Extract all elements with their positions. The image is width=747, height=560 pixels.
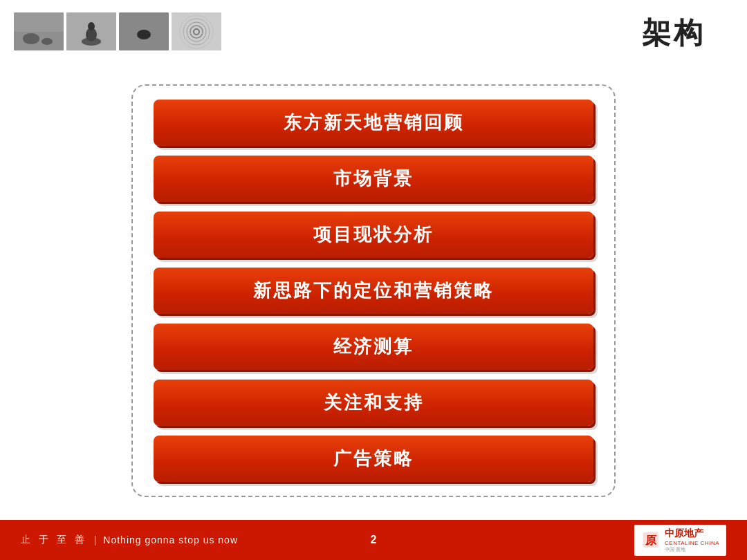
svg-text:原: 原 [645,534,657,546]
footer: 止 于 至 善 | Nothing gonna stop us now 2 原 … [0,520,747,560]
menu-item-7[interactable]: 广告策略 [154,436,593,482]
header: 架构 [0,0,747,62]
header-images [14,12,221,50]
logo-text: 中原地产 CENTALINE CHINA 中国·置地 [665,528,719,553]
menu-item-6[interactable]: 关注和支持 [154,380,593,426]
menu-item-5[interactable]: 经济测算 [154,324,593,370]
footer-page-number: 2 [371,534,377,546]
menu-container: 东方新天地营销回顾 市场背景 项目现状分析 新思路下的定位和营销策略 经济测算 … [131,84,616,497]
thumbnail-4 [172,12,221,50]
menu-item-3[interactable]: 项目现状分析 [154,212,593,258]
footer-english-slogan: Nothing gonna stop us now [103,534,238,545]
menu-item-2[interactable]: 市场背景 [154,156,593,202]
main-content: 东方新天地营销回顾 市场背景 项目现状分析 新思路下的定位和营销策略 经济测算 … [0,62,747,519]
svg-rect-3 [14,32,64,50]
thumbnail-2 [66,12,116,50]
logo-icon: 原 [641,530,661,550]
footer-logo: 原 中原地产 CENTALINE CHINA 中国·置地 [634,525,726,556]
page-title: 架构 [642,14,706,53]
logo-sub: 中国·置地 [665,546,719,553]
logo-cn: 中原地产 [665,528,719,540]
menu-item-1[interactable]: 东方新天地营销回顾 [154,100,593,146]
logo-en: CENTALINE CHINA [665,540,719,546]
footer-divider: | [94,534,97,545]
footer-chinese-slogan: 止 于 至 善 [21,534,87,546]
thumbnail-3 [119,12,169,50]
thumbnail-1 [14,12,64,50]
svg-point-7 [88,22,95,30]
svg-point-9 [137,30,151,39]
footer-left: 止 于 至 善 | Nothing gonna stop us now [21,534,238,546]
menu-item-4[interactable]: 新思路下的定位和营销策略 [154,268,593,314]
